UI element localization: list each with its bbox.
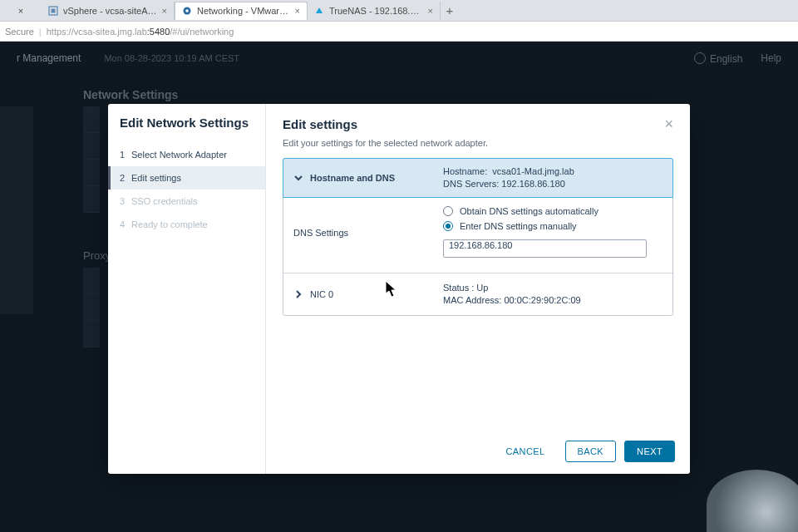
browser-tab-networking[interactable]: Networking - VMware Applianc × [175, 2, 308, 20]
section-label: Hostname and DNS [310, 173, 443, 183]
svg-point-3 [185, 9, 189, 12]
nic0-header[interactable]: NIC 0 Status : Up MAC Address: 00:0C:29:… [283, 273, 672, 315]
vsphere-favicon-icon [48, 6, 58, 16]
wizard-step-3: 3 SSO credentials [108, 190, 265, 213]
tab-title: vSphere - vcsa-siteA.jmg.lab [63, 6, 157, 16]
modal-title: Edit Network Settings [108, 116, 265, 143]
dns-auto-radio[interactable]: Obtain DNS settings automatically [443, 206, 663, 216]
url: https://vcsa-sitea.jmg.lab:5480/#/ui/net… [47, 27, 234, 37]
back-button[interactable]: BACK [565, 441, 617, 462]
radio-label: Enter DNS settings manually [460, 221, 577, 231]
tab-bar-leading: × [0, 6, 42, 16]
dns-manual-radio[interactable]: Enter DNS settings manually [443, 221, 663, 231]
hostname-summary: Hostname: vcsa01-Mad.jmg.lab DNS Servers… [443, 165, 574, 190]
close-icon[interactable]: × [295, 6, 300, 16]
app-viewport: r Management Mon 08-28-2023 10:19 AM CES… [0, 42, 798, 532]
chevron-right-icon [293, 289, 303, 299]
modal-description: Edit your settings for the selected netw… [266, 138, 690, 158]
dns-settings-label: DNS Settings [293, 206, 443, 259]
truenas-favicon-icon [314, 6, 324, 16]
new-tab-button[interactable]: + [441, 3, 459, 17]
radio-label: Obtain DNS settings automatically [460, 206, 598, 216]
radio-icon [443, 221, 453, 231]
close-icon[interactable]: × [18, 6, 23, 16]
next-button[interactable]: NEXT [624, 441, 675, 462]
modal-main: Edit settings × Edit your settings for t… [266, 104, 690, 474]
step-label: Edit settings [131, 173, 181, 183]
close-modal-button[interactable]: × [664, 116, 673, 133]
address-bar[interactable]: Secure | https://vcsa-sitea.jmg.lab:5480… [0, 22, 798, 42]
wizard-step-4: 4 Ready to complete [108, 213, 265, 236]
svg-rect-1 [52, 8, 56, 12]
browser-tab-bar: × vSphere - vcsa-siteA.jmg.lab × Network… [0, 0, 798, 22]
wizard-sidebar: Edit Network Settings 1 Select Network A… [108, 104, 266, 474]
browser-tab-truenas[interactable]: TrueNAS - 192.168.86.190 × [308, 2, 441, 20]
step-label: Ready to complete [131, 219, 208, 229]
separator: | [39, 27, 42, 37]
nic-label: NIC 0 [310, 289, 333, 299]
wizard-step-2[interactable]: 2 Edit settings [108, 166, 265, 190]
chevron-down-icon [293, 173, 303, 183]
dns-servers-input[interactable] [443, 239, 647, 258]
wizard-step-1[interactable]: 1 Select Network Adapter [108, 143, 265, 166]
hostname-dns-header[interactable]: Hostname and DNS Hostname: vcsa01-Mad.jm… [283, 158, 673, 198]
dns-settings-body: DNS Settings Obtain DNS settings automat… [283, 198, 672, 273]
close-icon[interactable]: × [428, 6, 433, 16]
edit-network-settings-modal: Edit Network Settings 1 Select Network A… [108, 104, 690, 474]
close-icon[interactable]: × [162, 6, 167, 16]
vmware-favicon-icon [182, 6, 192, 16]
modal-footer: CANCEL BACK NEXT [266, 429, 690, 474]
tab-title: Networking - VMware Applianc [197, 6, 290, 16]
cancel-button[interactable]: CANCEL [494, 441, 556, 462]
settings-panel: Hostname and DNS Hostname: vcsa01-Mad.jm… [283, 158, 673, 316]
nic-summary: Status : Up MAC Address: 00:0C:29:90:2C:… [443, 282, 581, 307]
step-label: Select Network Adapter [131, 150, 227, 160]
step-label: SSO credentials [131, 196, 197, 206]
radio-icon [443, 206, 453, 216]
security-status: Secure [5, 27, 34, 37]
browser-tab-vsphere[interactable]: vSphere - vcsa-siteA.jmg.lab × [42, 2, 175, 20]
modal-heading: Edit settings [283, 117, 357, 131]
tab-title: TrueNAS - 192.168.86.190 [329, 6, 423, 16]
